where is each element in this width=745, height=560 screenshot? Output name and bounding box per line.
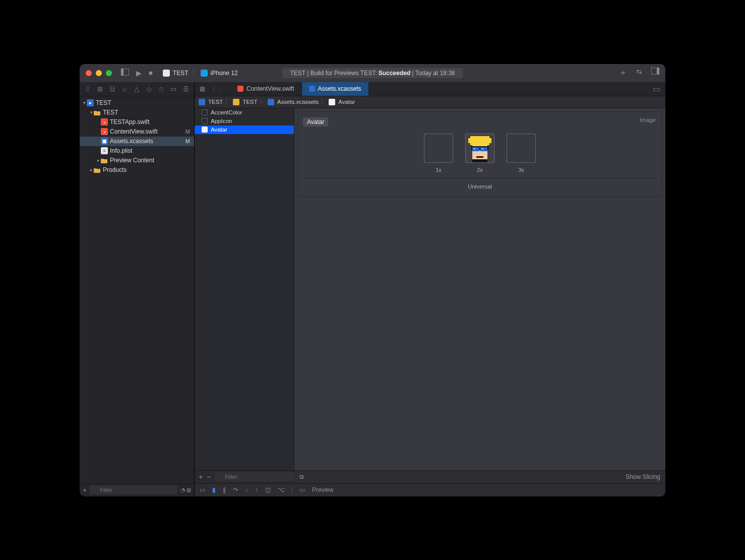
step-out-icon[interactable]: ↑ [255,486,258,493]
tree-group-products[interactable]: ▸ Products [80,165,194,175]
pause-button[interactable]: ‖ [223,486,226,493]
activity-status[interactable]: TEST | Build for Previews TEST: Succeede… [282,68,463,78]
tree-file-app[interactable]: ⬩ TESTApp.swift [80,117,194,127]
assets-icon [309,86,315,92]
tree-label: ContentView.swift [110,128,158,135]
scale-label: 3x [518,167,524,173]
app-icon [163,70,170,77]
asset-item-avatar[interactable]: Avatar [195,126,294,134]
scheme-selector[interactable]: TEST 〉 iPhone 12 [163,69,238,77]
view-debug-icon[interactable]: ◫ [265,486,271,493]
tree-file-infoplist[interactable]: ≡ Info.plist [80,146,194,156]
asset-item-appicon[interactable]: AppIcon [195,117,294,126]
breakpoints-toggle[interactable]: ▮ [212,486,216,493]
asset-outline-footer: + − [195,470,294,483]
disclosure-icon[interactable]: ▾ [89,110,94,115]
svg-rect-14 [472,159,487,162]
disclosure-icon[interactable]: ▾ [82,100,87,105]
swift-file-icon: ⬩ [101,128,108,135]
asset-item-accentcolor[interactable]: AccentColor [195,108,294,117]
svg-rect-5 [468,138,472,143]
find-navigator-tab[interactable]: ⌕ [120,85,129,93]
tree-label: Info.plist [110,147,133,154]
idiom-label: Universal [303,178,657,190]
tab-contentview[interactable]: ContentView.swift [230,82,302,96]
overview-icon[interactable]: ⧉ [299,473,304,480]
report-navigator-tab[interactable]: ☰ [181,85,191,93]
step-in-icon[interactable]: ↓ [245,486,248,493]
scm-filter-icon[interactable]: ⊞ [187,487,191,493]
project-navigator-tab[interactable]: 􀈕 [83,85,92,93]
image-icon [329,99,335,105]
source-control-navigator-tab[interactable]: ⊞ [95,85,104,93]
symbol-navigator-tab[interactable]: ☳ [108,85,117,93]
test-navigator-tab[interactable]: ◇ [145,85,154,93]
svg-rect-1 [121,69,123,76]
add-asset-button[interactable]: + [199,473,203,481]
jump-bar[interactable]: TEST 〉 TEST 〉 Assets.xcassets 〉 Avatar [195,96,665,108]
tree-group-preview[interactable]: ▸ Preview Content [80,156,194,165]
image-well-3x[interactable] [507,134,536,163]
asset-name-label[interactable]: Avatar [303,117,328,127]
issue-navigator-tab[interactable]: △ [132,85,141,93]
step-over-icon[interactable]: ↷ [233,486,238,493]
color-asset-icon [202,109,208,115]
jumpbar-segment[interactable]: Avatar [338,99,355,105]
image-well-2x[interactable] [465,134,494,163]
add-button[interactable]: + [83,486,87,494]
jumpbar-segment[interactable]: TEST [242,99,257,105]
related-items-icon[interactable]: ▦ [200,85,205,92]
nav-forward-button[interactable]: 〉 [219,85,225,93]
tab-assets[interactable]: Assets.xcassets [302,82,369,96]
minimize-window-button[interactable] [96,70,102,76]
hide-debug-icon[interactable]: ▭ [200,486,205,493]
nav-back-button[interactable]: 〈 [209,85,215,93]
zoom-window-button[interactable] [106,70,112,76]
jumpbar-segment[interactable]: Assets.xcassets [277,99,319,105]
stop-button[interactable]: ■ [149,69,153,77]
asset-outline: AccentColor AppIcon Avatar + − [195,108,294,483]
editor-options-icon[interactable]: ▭ [648,84,665,94]
scheme-project: TEST [173,70,189,77]
tree-root[interactable]: ▾ ▸ TEST [80,98,194,108]
window-controls [86,70,112,76]
navigator-filter-input[interactable] [90,485,177,494]
tree-file-assets[interactable]: ▦ Assets.xcassets M [80,137,194,146]
jumpbar-segment[interactable]: TEST [208,99,223,105]
tree-label: Preview Content [110,157,154,164]
tab-bar: ▦ 〈 〉 ContentView.swift Assets.xcassets … [195,82,665,96]
code-review-button[interactable]: ⇆ [636,68,642,78]
breakpoint-navigator-tab[interactable]: ▭ [169,85,178,93]
folder-icon [94,167,101,173]
close-window-button[interactable] [86,70,92,76]
svg-rect-11 [473,148,475,149]
recent-filter-icon[interactable]: ◔ [180,487,185,493]
disclosure-icon[interactable]: ▸ [89,167,94,172]
preview-icon[interactable]: ▭ [299,486,305,493]
svg-rect-12 [481,148,483,149]
asset-filter-input[interactable] [215,472,297,481]
show-slicing-button[interactable]: Show Slicing [626,473,660,480]
chevron-right-icon: 〉 [192,69,198,77]
tree-group[interactable]: ▾ TEST [80,108,194,117]
image-well-1x[interactable] [424,134,453,163]
tree-label: TESTApp.swift [110,118,149,126]
asset-canvas: Avatar Image 1x [294,108,665,483]
chevron-right-icon: 〉 [260,98,266,106]
disclosure-icon[interactable]: ▸ [96,158,101,163]
toggle-inspectors-icon[interactable] [651,68,659,78]
folder-icon [94,110,101,115]
memory-graph-icon[interactable]: ⌥ [278,486,285,493]
toggle-navigator-icon[interactable] [121,69,129,78]
navigator-tabs: 􀈕 ⊞ ☳ ⌕ △ ◇ ⎍ ▭ ☰ [80,82,194,96]
run-button[interactable]: ▶ [136,69,142,77]
debug-bar: ▭ ▮ ‖ ↷ ↓ ↑ ◫ ⌥ ▭ Preview [195,483,665,496]
swift-file-icon [237,86,243,92]
library-button[interactable]: ＋ [619,68,627,78]
tree-file-contentview[interactable]: ⬩ ContentView.swift M [80,127,194,137]
preview-label[interactable]: Preview [312,486,334,493]
swift-file-icon: ⬩ [101,118,108,126]
remove-asset-button[interactable]: − [207,473,211,481]
xcodeproj-icon [199,99,205,105]
debug-navigator-tab[interactable]: ⎍ [157,85,166,93]
